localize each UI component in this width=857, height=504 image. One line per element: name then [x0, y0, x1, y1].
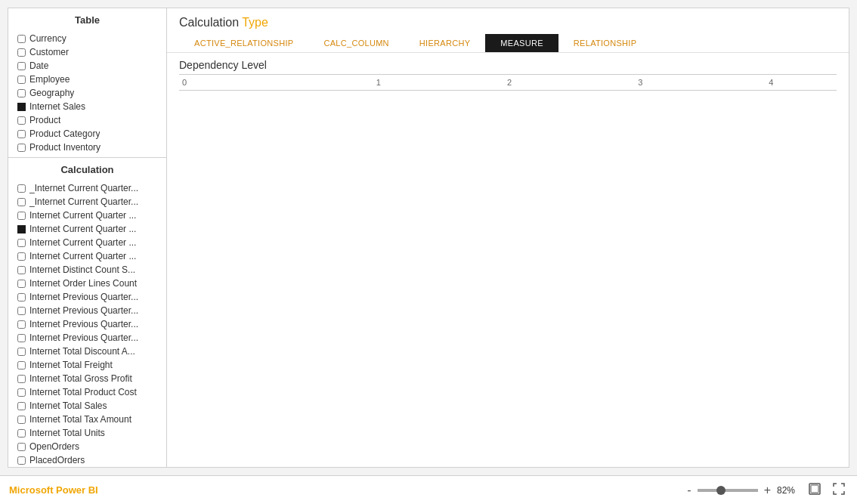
calculation-checkbox-list: _Internet Current Quarter..._Internet Cu… — [8, 180, 166, 467]
calculation-item[interactable]: Internet Current Quarter ... — [14, 236, 166, 249]
calculation-item[interactable]: _Internet Current Quarter... — [14, 181, 166, 195]
calculation-item[interactable]: Internet Order Lines Count — [14, 277, 166, 290]
calculation-item[interactable]: Internet Distinct Count S... — [14, 263, 166, 277]
calculation-item[interactable]: OpenOrders — [14, 440, 166, 453]
right-panel: Calculation Type ACTIVE_RELATIONSHIPCALC… — [167, 8, 849, 467]
axis-label: 0 — [179, 78, 313, 87]
tab-calc_column[interactable]: CALC_COLUMN — [308, 34, 404, 52]
axis-label: 1 — [313, 78, 444, 87]
calculation-item-label: Internet Total Product Cost — [29, 387, 137, 397]
calculation-item-label: Internet Previous Quarter... — [29, 292, 138, 302]
dependency-section: Dependency Level 01234 — [167, 53, 849, 94]
calculation-item-label: Internet Total Freight — [29, 360, 113, 370]
calculation-item-label: Internet Total Sales — [29, 400, 107, 411]
calculation-item[interactable]: Internet Current Quarter ... — [14, 222, 166, 236]
bottom-bar: Microsoft Power BI - + 82% — [0, 475, 857, 504]
calculation-item-label: Internet Current Quarter ... — [29, 210, 136, 221]
calculation-item-label: OpenOrders — [29, 441, 79, 452]
calculation-item[interactable]: Internet Total Gross Profit — [14, 372, 166, 385]
axis-label: 3 — [575, 78, 706, 87]
bottom-left: Microsoft Power BI — [9, 484, 98, 496]
calculation-item[interactable]: Internet Previous Quarter... — [14, 317, 166, 331]
table-section-header: Table — [8, 8, 166, 30]
calculation-item-label: Internet Previous Quarter... — [29, 305, 138, 316]
calc-type-prefix: Calculation — [179, 16, 239, 29]
dependency-title: Dependency Level — [179, 59, 837, 71]
tab-measure[interactable]: MEASURE — [485, 34, 558, 52]
tab-active_relationship[interactable]: ACTIVE_RELATIONSHIP — [179, 34, 308, 52]
calc-type-suffix: Type — [242, 16, 268, 29]
table-item-label: Geography — [29, 88, 74, 98]
tab-relationship[interactable]: RELATIONSHIP — [558, 34, 651, 52]
fullscreen-button[interactable] — [830, 481, 848, 499]
calculation-item-label: Internet Current Quarter ... — [29, 224, 136, 234]
calculation-item[interactable]: Internet Previous Quarter... — [14, 331, 166, 345]
zoom-minus-button[interactable]: - — [684, 484, 694, 496]
table-item[interactable]: Product Category — [14, 127, 166, 141]
calculation-item-label: PlacedOrders — [29, 455, 85, 465]
calculation-item-label: Internet Total Units — [29, 428, 105, 438]
calculation-item-label: _Internet Current Quarter... — [29, 183, 138, 193]
calculation-item[interactable]: Internet Total Product Cost — [14, 385, 166, 399]
calculation-item[interactable]: Internet Current Quarter ... — [14, 249, 166, 263]
calculation-item[interactable]: Internet Previous Quarter... — [14, 290, 166, 304]
table-item[interactable]: Currency — [14, 32, 166, 45]
calculation-item-label: Internet Order Lines Count — [29, 278, 137, 289]
axis-label: 2 — [444, 78, 574, 87]
bottom-right: - + 82% — [684, 481, 848, 499]
calculation-item-label: _Internet Current Quarter... — [29, 196, 138, 207]
calculation-item-label: Internet Previous Quarter... — [29, 319, 138, 329]
table-item-label: Internet Sales — [29, 101, 85, 112]
table-item[interactable]: Employee — [14, 73, 166, 86]
calculation-item-label: Internet Current Quarter ... — [29, 237, 136, 248]
calc-tabs-bar: ACTIVE_RELATIONSHIPCALC_COLUMNHIERARCHYM… — [167, 34, 849, 53]
tab-hierarchy[interactable]: HIERARCHY — [404, 34, 486, 52]
left-panel: Table CurrencyCustomerDateEmployeeGeogra… — [8, 8, 167, 467]
zoom-label: 82% — [777, 485, 800, 496]
zoom-control: - + 82% — [684, 484, 800, 496]
calc-type-title: Calculation Type — [167, 8, 849, 34]
calculation-item-label: Internet Total Gross Profit — [29, 373, 132, 384]
table-item[interactable]: Internet Sales — [14, 100, 166, 113]
calculation-item-label: Internet Current Quarter ... — [29, 251, 136, 261]
calculation-item[interactable]: Internet Total Sales — [14, 399, 166, 413]
table-section: Table CurrencyCustomerDateEmployeeGeogra… — [8, 8, 166, 157]
calculation-section: Calculation _Internet Current Quarter...… — [8, 158, 166, 467]
power-bi-link[interactable]: Microsoft Power BI — [9, 484, 98, 496]
axis-labels: 01234 — [179, 78, 837, 87]
table-item-label: Customer — [29, 47, 69, 57]
table-item[interactable]: Customer — [14, 45, 166, 59]
calculation-item[interactable]: Internet Total Freight — [14, 358, 166, 372]
calculation-item[interactable]: Internet Current Quarter ... — [14, 209, 166, 222]
calculation-item[interactable]: Internet Total Discount A... — [14, 345, 166, 358]
calculation-item-label: Internet Total Tax Amount — [29, 414, 131, 425]
calculation-item[interactable]: _Internet Current Quarter... — [14, 195, 166, 209]
table-item-label: Employee — [29, 74, 70, 85]
calculation-section-header: Calculation — [8, 158, 166, 180]
table-item-label: Product — [29, 115, 60, 125]
calculation-item-label: Internet Previous Quarter... — [29, 332, 138, 343]
calculation-item[interactable]: PlacedOrders — [14, 453, 166, 467]
axis-label: 4 — [706, 78, 837, 87]
table-item-label: Product Category — [29, 128, 100, 139]
calculation-item-label: Internet Distinct Count S... — [29, 264, 135, 275]
table-item-label: Date — [29, 60, 48, 71]
table-item[interactable]: Product Inventory — [14, 141, 166, 154]
zoom-plus-button[interactable]: + — [761, 484, 774, 496]
calculation-item[interactable]: Internet Total Tax Amount — [14, 413, 166, 426]
dependency-axis: 01234 — [179, 74, 837, 91]
table-item-label: Currency — [29, 33, 67, 44]
table-checkbox-list: CurrencyCustomerDateEmployeeGeographyInt… — [8, 30, 166, 157]
fit-page-button[interactable] — [806, 481, 824, 499]
table-item[interactable]: Product — [14, 113, 166, 127]
svg-rect-1 — [811, 485, 818, 493]
table-item[interactable]: Geography — [14, 86, 166, 100]
calculation-item-label: Internet Total Discount A... — [29, 346, 135, 357]
content-area — [167, 94, 849, 467]
table-item[interactable]: Date — [14, 59, 166, 73]
calculation-item[interactable]: Internet Previous Quarter... — [14, 304, 166, 317]
calculation-item[interactable]: Internet Total Units — [14, 426, 166, 440]
table-item-label: Product Inventory — [29, 142, 101, 153]
zoom-slider[interactable] — [698, 489, 758, 492]
